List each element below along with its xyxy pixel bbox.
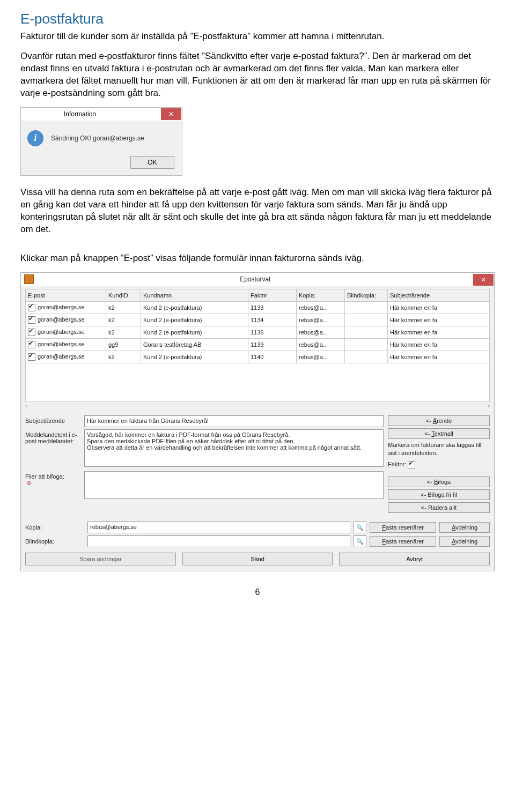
table-row[interactable]: goran@abergs.sek2Kund 2 (e-postfaktura)1… <box>26 314 490 326</box>
close-button[interactable]: ✕ <box>473 274 494 286</box>
col-epost[interactable]: E-post <box>26 289 106 302</box>
page-number: 6 <box>20 587 495 597</box>
table-row[interactable]: goran@abergs.sek2Kund 2 (e-postfaktura)1… <box>26 302 490 314</box>
email-grid[interactable]: E-post KundID Kundnamn Faktnr Kopia: Bli… <box>25 289 490 363</box>
scroll-right-icon[interactable]: › <box>488 403 490 409</box>
fasta-resenarer-button[interactable]: Fasta resenärer <box>370 522 436 533</box>
file-count: 0 <box>25 480 31 486</box>
close-icon: ✕ <box>481 276 486 284</box>
message-textarea[interactable]: Varsågod, här kommer en faktura i PDF-fo… <box>84 429 384 467</box>
row-checkbox[interactable] <box>28 304 35 311</box>
files-label: Filer att bifoga: 0 <box>25 471 84 486</box>
row-checkbox[interactable] <box>28 329 35 336</box>
send-button[interactable]: Sänd <box>182 553 333 565</box>
kopia-search-button[interactable]: 🔍 <box>354 522 366 533</box>
table-row[interactable]: goran@abergs.segg9Görans testföretag AB1… <box>26 339 490 351</box>
eposturval-window: Eposturval ✕ E-post KundID Kundnamn Fakt… <box>20 272 495 571</box>
body-paragraph-4: Klickar man på knappen ”E-post” visas fö… <box>20 252 495 265</box>
row-checkbox[interactable] <box>28 353 35 361</box>
body-paragraph-2: Ovanför rutan med e-postfakturor finns f… <box>20 50 495 100</box>
save-changes-button[interactable]: Spara ändringar <box>25 553 176 565</box>
grid-empty-area <box>25 363 490 401</box>
avdelning-button[interactable]: Avdelning <box>439 522 490 533</box>
close-button[interactable]: ✕ <box>161 108 181 120</box>
info-icon: i <box>27 130 43 146</box>
info-dialog: Information ✕ i Sändning OK! goran@aberg… <box>20 107 182 176</box>
eposturval-title: Eposturval <box>37 275 473 283</box>
fasta-resenarer-button-2[interactable]: Fasta resenärer <box>370 536 436 547</box>
grid-header-row: E-post KundID Kundnamn Faktnr Kopia: Bli… <box>26 289 490 302</box>
blindkopia-label: Blindkopia: <box>25 538 84 545</box>
row-checkbox[interactable] <box>28 341 35 348</box>
body-paragraph-3: Vissa vill ha denna ruta som en bekräfte… <box>20 187 495 236</box>
kopia-input[interactable]: rebus@abergs.se <box>87 522 350 533</box>
horizontal-scrollbar[interactable]: ‹ › <box>25 403 490 409</box>
arende-button[interactable]: <- Ärende <box>388 415 490 426</box>
body-paragraph-1: Fakturor till de kunder som är inställda… <box>20 31 495 43</box>
scroll-left-icon[interactable]: ‹ <box>25 403 27 409</box>
cancel-button[interactable]: Avbryt <box>339 553 490 565</box>
dialog-titlebar[interactable]: Information ✕ <box>21 108 182 121</box>
table-row[interactable]: goran@abergs.sek2Kund 2 (e-postfaktura)1… <box>26 351 490 363</box>
col-kundid[interactable]: KundID <box>106 289 141 302</box>
binoculars-icon: 🔍 <box>356 538 364 545</box>
files-textarea[interactable] <box>84 471 384 499</box>
col-subj[interactable]: Subject/ärende <box>388 289 490 302</box>
messagetext-label: Meddelandetext i e-post meddelandet: <box>25 429 84 444</box>
col-kundnamn[interactable]: Kundnamn <box>141 289 248 302</box>
faktnr-checkbox[interactable] <box>408 461 415 468</box>
binoculars-icon: 🔍 <box>356 524 364 531</box>
row-checkbox[interactable] <box>28 316 35 324</box>
radera-allt-button[interactable]: <- Radera allt <box>388 502 490 513</box>
blindkopia-search-button[interactable]: 🔍 <box>354 535 366 547</box>
bifoga-button[interactable]: <- Bifoga <box>388 476 490 487</box>
subject-input[interactable]: Här kommer en faktura från Görans Reseby… <box>84 415 384 427</box>
subject-label: Subject/ärende <box>25 415 84 424</box>
close-icon: ✕ <box>168 110 174 118</box>
avdelning-button-2[interactable]: Avdelning <box>439 536 490 547</box>
bifoga-fri-button[interactable]: <- Bifoga fri fil <box>388 489 490 500</box>
page-heading: E-postfaktura <box>20 11 495 27</box>
col-blind[interactable]: Blindkopia: <box>345 289 388 302</box>
textmall-button[interactable]: <- Textmall <box>388 428 490 439</box>
col-faktnr[interactable]: Faktnr <box>248 289 297 302</box>
blindkopia-input[interactable] <box>87 535 350 547</box>
ok-button[interactable]: OK <box>130 156 174 169</box>
faktnr-checkbox-row: Faktnr: <box>388 461 490 468</box>
eposturval-titlebar[interactable]: Eposturval ✕ <box>21 273 494 286</box>
dialog-message: Sändning OK! goran@abergs.se <box>51 135 144 142</box>
faktnr-note: Markera om fakturanr ska läggas till sis… <box>388 441 490 457</box>
table-row[interactable]: goran@abergs.sek2Kund 2 (e-postfaktura)1… <box>26 326 490 339</box>
dialog-title: Information <box>21 110 161 118</box>
app-icon <box>24 274 34 284</box>
kopia-label: Kopia: <box>25 524 84 531</box>
col-kopia[interactable]: Kopia: <box>297 289 345 302</box>
